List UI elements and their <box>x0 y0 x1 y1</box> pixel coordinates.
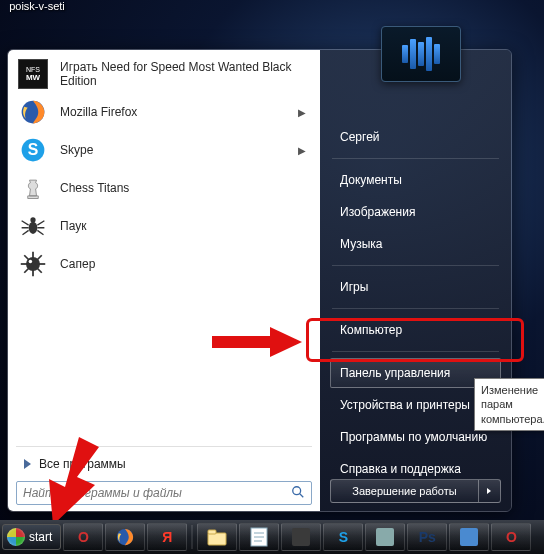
start-label: start <box>29 530 52 544</box>
program-label: Mozilla Firefox <box>60 105 286 119</box>
taskbar-opera2-icon[interactable]: O <box>491 523 531 551</box>
submenu-arrow-icon: ▶ <box>298 107 306 118</box>
divider <box>332 158 499 159</box>
svg-text:S: S <box>28 141 39 158</box>
taskbar-firefox-icon[interactable] <box>105 523 145 551</box>
spider-icon <box>18 211 48 241</box>
taskbar-skype-icon[interactable]: S <box>323 523 363 551</box>
taskbar-app-icon[interactable] <box>449 523 489 551</box>
right-item-0[interactable]: Сергей <box>330 122 501 152</box>
tooltip-line1: Изменение парам <box>481 384 538 410</box>
program-item-spider[interactable]: Паук <box>10 207 318 245</box>
program-label: Паук <box>60 219 310 233</box>
start-menu-right-pane: СергейДокументыИзображенияМузыкаИгрыКомп… <box>320 50 511 511</box>
taskbar-device-icon[interactable] <box>281 523 321 551</box>
program-item-skype[interactable]: S Skype ▶ <box>10 131 318 169</box>
right-item-1[interactable]: Документы <box>330 165 501 195</box>
svg-rect-17 <box>208 530 216 534</box>
taskbar-opera-icon[interactable]: O <box>63 523 103 551</box>
program-item-firefox[interactable]: Mozilla Firefox ▶ <box>10 93 318 131</box>
svg-rect-16 <box>208 533 226 545</box>
shutdown-label: Завершение работы <box>352 485 456 497</box>
search-box[interactable] <box>16 481 312 505</box>
search-icon <box>291 485 305 502</box>
desktop-shortcut[interactable]: poisk-v-seti <box>2 0 72 12</box>
desktop-shortcut-label: poisk-v-seti <box>2 0 72 12</box>
divider <box>16 446 312 447</box>
taskbar-explorer-icon[interactable] <box>197 523 237 551</box>
search-input[interactable] <box>23 486 291 500</box>
svg-point-4 <box>30 217 35 222</box>
right-item-2[interactable]: Изображения <box>330 197 501 227</box>
chess-icon <box>18 173 48 203</box>
taskbar-tool-icon[interactable] <box>365 523 405 551</box>
tooltip-line2: компьютера. <box>481 413 544 425</box>
triangle-icon <box>24 459 31 469</box>
firefox-icon <box>18 97 48 127</box>
start-menu: NFSMW Играть Need for Speed Most Wanted … <box>7 49 512 512</box>
shutdown-options-button[interactable] <box>479 479 501 503</box>
minesweeper-icon <box>18 249 48 279</box>
taskbar-notepad-icon[interactable] <box>239 523 279 551</box>
taskbar: start OЯSPsO <box>0 520 544 554</box>
divider <box>332 351 499 352</box>
divider <box>332 265 499 266</box>
windows-orb-icon <box>7 528 25 546</box>
program-item-minesweeper[interactable]: Сапер <box>10 245 318 283</box>
svg-point-3 <box>29 222 38 234</box>
program-label: Сапер <box>60 257 310 271</box>
svg-line-12 <box>300 493 304 497</box>
program-item-nfs[interactable]: NFSMW Играть Need for Speed Most Wanted … <box>10 55 318 93</box>
program-label: Играть Need for Speed Most Wanted Black … <box>60 60 310 89</box>
skype-icon: S <box>18 135 48 165</box>
svg-point-11 <box>293 486 301 494</box>
taskbar-photoshop-icon[interactable]: Ps <box>407 523 447 551</box>
shutdown-button[interactable]: Завершение работы <box>330 479 479 503</box>
program-label: Chess Titans <box>60 181 310 195</box>
svg-point-10 <box>29 260 33 264</box>
tooltip: Изменение парам компьютера. <box>474 378 544 431</box>
right-item-3[interactable]: Музыка <box>330 229 501 259</box>
taskbar-yandex-icon[interactable]: Я <box>147 523 187 551</box>
divider <box>332 308 499 309</box>
right-item-5[interactable]: Компьютер <box>330 315 501 345</box>
user-avatar-gadget[interactable] <box>381 26 461 82</box>
nfs-icon: NFSMW <box>18 59 48 89</box>
start-menu-left-pane: NFSMW Играть Need for Speed Most Wanted … <box>8 50 320 511</box>
all-programs-button[interactable]: Все программы <box>14 451 314 477</box>
program-label: Skype <box>60 143 286 157</box>
all-programs-label: Все программы <box>39 457 126 471</box>
taskbar-separator <box>191 525 193 549</box>
right-item-4[interactable]: Игры <box>330 272 501 302</box>
start-button[interactable]: start <box>2 524 61 550</box>
program-item-chess[interactable]: Chess Titans <box>10 169 318 207</box>
submenu-arrow-icon: ▶ <box>298 145 306 156</box>
